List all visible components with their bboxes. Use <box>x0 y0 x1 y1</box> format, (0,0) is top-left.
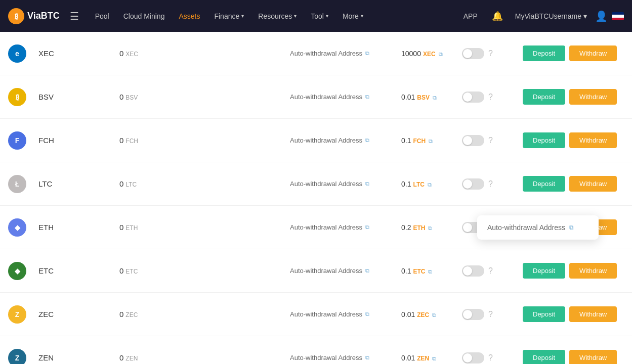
xec-withdraw-button[interactable]: Withdraw <box>569 46 617 61</box>
nav-resources[interactable]: Resources ▾ <box>252 8 303 24</box>
xec-min-withdraw: 10000XEC⧉ <box>401 50 462 58</box>
nav-username[interactable]: MyViaBTCUsername ▾ <box>511 10 591 22</box>
fch-actions: Deposit Withdraw <box>523 132 624 148</box>
etc-icon: ◆ <box>8 262 26 280</box>
nav-more[interactable]: More ▾ <box>336 8 369 24</box>
xec-help-icon[interactable]: ? <box>488 49 493 58</box>
ltc-toggle-cell: ? <box>462 178 523 190</box>
eth-address-wrapper: Auto-withdrawal Address⧉ Auto-withdrawal… <box>290 223 401 231</box>
zen-balance: 0ZEN <box>119 353 290 362</box>
zen-deposit-button[interactable]: Deposit <box>523 350 565 364</box>
zec-min-link[interactable]: ⧉ <box>432 312 436 318</box>
fch-deposit-button[interactable]: Deposit <box>523 132 565 148</box>
xec-deposit-button[interactable]: Deposit <box>523 46 565 61</box>
etc-balance: 0ETC <box>119 266 290 275</box>
zec-icon: Z <box>8 305 26 324</box>
fch-address-link[interactable]: ⧉ <box>365 137 369 144</box>
tool-chevron-icon: ▾ <box>326 13 328 19</box>
navbar: ₿ ViaBTC ☰ Pool Cloud Mining Assets Fina… <box>0 0 632 32</box>
fch-withdraw-button[interactable]: Withdraw <box>569 132 617 148</box>
zec-address-link[interactable]: ⧉ <box>365 311 369 317</box>
resources-chevron-icon: ▾ <box>294 13 297 19</box>
bsv-toggle-cell: ? <box>462 92 523 103</box>
zen-toggle[interactable] <box>462 352 484 363</box>
asset-row-fch: FFCH0FCHAuto-withdrawal Address⧉0.1FCH⧉?… <box>0 119 632 162</box>
bsv-min-link[interactable]: ⧉ <box>433 95 437 101</box>
more-chevron-icon: ▾ <box>361 13 363 19</box>
zec-help-icon[interactable]: ? <box>488 310 493 319</box>
zec-toggle[interactable] <box>462 309 484 320</box>
xec-toggle-cell: ? <box>462 48 523 59</box>
logo-text: ViaBTC <box>27 11 60 21</box>
asset-row-zec: ZZEC0ZECAuto-withdrawal Address⧉0.01ZEC⧉… <box>0 293 632 336</box>
ltc-address-link[interactable]: ⧉ <box>365 180 369 187</box>
etc-deposit-button[interactable]: Deposit <box>523 263 565 279</box>
bsv-toggle[interactable] <box>462 92 484 103</box>
zen-name: ZEN <box>38 353 119 362</box>
fch-icon: F <box>8 131 26 150</box>
etc-address-link[interactable]: ⧉ <box>365 267 369 274</box>
zen-icon: Z <box>8 349 26 365</box>
username-chevron-icon: ▾ <box>583 12 587 20</box>
language-flag-icon[interactable] <box>612 12 624 20</box>
ltc-name: LTC <box>38 179 119 188</box>
zen-min-link[interactable]: ⧉ <box>432 355 436 362</box>
bsv-deposit-button[interactable]: Deposit <box>523 89 565 105</box>
fch-min-link[interactable]: ⧉ <box>429 138 433 145</box>
nav-tool[interactable]: Tool ▾ <box>305 8 334 24</box>
eth-address-tooltip: Auto-withdrawal Address ⧉ <box>477 215 599 240</box>
xec-toggle[interactable] <box>462 48 484 59</box>
zec-deposit-button[interactable]: Deposit <box>523 306 565 322</box>
etc-withdraw-button[interactable]: Withdraw <box>569 263 617 279</box>
bsv-withdraw-button[interactable]: Withdraw <box>569 89 617 105</box>
xec-min-link[interactable]: ⧉ <box>439 51 443 58</box>
ltc-min-link[interactable]: ⧉ <box>428 181 432 188</box>
bsv-icon: ₿ <box>8 88 26 106</box>
logo[interactable]: ₿ ViaBTC <box>8 8 60 24</box>
xec-address-link[interactable]: ⧉ <box>365 50 369 57</box>
ltc-deposit-button[interactable]: Deposit <box>523 176 565 192</box>
bsv-help-icon[interactable]: ? <box>488 93 493 102</box>
etc-help-icon[interactable]: ? <box>488 266 493 276</box>
nav-pool[interactable]: Pool <box>89 8 115 24</box>
ltc-withdraw-button[interactable]: Withdraw <box>569 176 617 192</box>
bell-icon[interactable]: 🔔 <box>488 7 507 26</box>
xec-address: Auto-withdrawal Address⧉ <box>290 50 401 57</box>
zen-address-link[interactable]: ⧉ <box>365 354 369 361</box>
fch-help-icon[interactable]: ? <box>488 136 493 145</box>
fch-toggle[interactable] <box>462 135 484 146</box>
fch-name: FCH <box>38 136 119 145</box>
etc-toggle[interactable] <box>462 265 484 277</box>
user-avatar-icon[interactable]: 👤 <box>595 10 608 22</box>
finance-chevron-icon: ▾ <box>241 13 244 19</box>
asset-row-etc: ◆ETC0ETCAuto-withdrawal Address⧉0.1ETC⧉?… <box>0 249 632 293</box>
zen-help-icon[interactable]: ? <box>488 353 493 362</box>
fch-toggle-cell: ? <box>462 135 523 146</box>
etc-actions: Deposit Withdraw <box>523 263 624 279</box>
zen-withdraw-button[interactable]: Withdraw <box>569 350 617 364</box>
bsv-balance: 0BSV <box>119 93 290 101</box>
nav-assets[interactable]: Assets <box>173 8 206 24</box>
eth-icon: ◆ <box>8 218 26 237</box>
ltc-address: Auto-withdrawal Address⧉ <box>290 180 401 188</box>
eth-min-withdraw: 0.2ETH⧉ <box>401 223 462 232</box>
etc-min-link[interactable]: ⧉ <box>428 268 432 275</box>
fch-min-withdraw: 0.1FCH⧉ <box>401 136 462 145</box>
nav-finance[interactable]: Finance ▾ <box>208 8 250 24</box>
hamburger-button[interactable]: ☰ <box>66 6 83 26</box>
bsv-address-link[interactable]: ⧉ <box>365 94 369 100</box>
zec-withdraw-button[interactable]: Withdraw <box>569 306 617 322</box>
tooltip-link-icon[interactable]: ⧉ <box>569 224 574 231</box>
zec-actions: Deposit Withdraw <box>523 306 624 322</box>
xec-balance: 0XEC <box>119 49 290 58</box>
ltc-toggle[interactable] <box>462 178 484 190</box>
bsv-min-withdraw: 0.01BSV⧉ <box>401 93 462 101</box>
etc-min-withdraw: 0.1ETC⧉ <box>401 267 462 275</box>
nav-app-link[interactable]: APP <box>457 8 484 24</box>
eth-min-link[interactable]: ⧉ <box>428 225 432 232</box>
ltc-help-icon[interactable]: ? <box>488 179 493 189</box>
zec-toggle-cell: ? <box>462 309 523 320</box>
eth-address-link[interactable]: ⧉ <box>365 224 369 231</box>
zec-address: Auto-withdrawal Address⧉ <box>290 310 401 318</box>
nav-cloud-mining[interactable]: Cloud Mining <box>117 8 171 24</box>
